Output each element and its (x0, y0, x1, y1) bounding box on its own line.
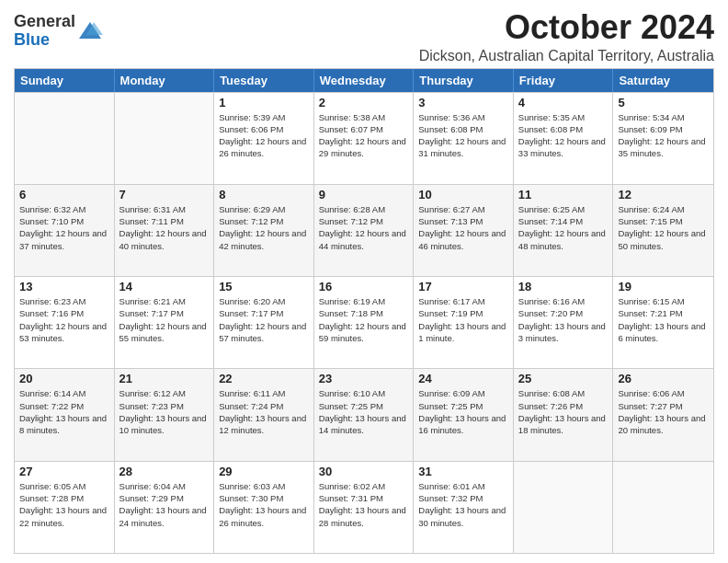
day-info: Sunrise: 6:31 AM Sunset: 7:11 PM Dayligh… (119, 203, 210, 252)
day-info: Sunrise: 6:10 AM Sunset: 7:25 PM Dayligh… (319, 387, 409, 436)
day-number: 24 (418, 372, 508, 385)
day-info: Sunrise: 5:39 AM Sunset: 6:06 PM Dayligh… (219, 111, 309, 160)
day-number: 6 (19, 188, 109, 201)
day-number: 23 (319, 372, 409, 385)
day-cell-7: 7Sunrise: 6:31 AM Sunset: 7:11 PM Daylig… (115, 185, 215, 276)
day-number: 3 (418, 96, 508, 109)
day-info: Sunrise: 5:36 AM Sunset: 6:08 PM Dayligh… (418, 111, 508, 160)
day-cell-18: 18Sunrise: 6:16 AM Sunset: 7:20 PM Dayli… (514, 277, 614, 368)
calendar-row-0: 1Sunrise: 5:39 AM Sunset: 6:06 PM Daylig… (15, 92, 713, 184)
day-cell-21: 21Sunrise: 6:12 AM Sunset: 7:23 PM Dayli… (115, 369, 215, 460)
day-cell-30: 30Sunrise: 6:02 AM Sunset: 7:31 PM Dayli… (314, 462, 415, 553)
day-cell-31: 31Sunrise: 6:01 AM Sunset: 7:32 PM Dayli… (414, 462, 514, 553)
day-info: Sunrise: 6:19 AM Sunset: 7:18 PM Dayligh… (319, 295, 409, 344)
day-number: 12 (618, 188, 709, 201)
location-title: Dickson, Australian Capital Territory, A… (419, 48, 714, 64)
day-info: Sunrise: 6:29 AM Sunset: 7:12 PM Dayligh… (219, 203, 309, 252)
day-info: Sunrise: 6:01 AM Sunset: 7:32 PM Dayligh… (418, 480, 508, 529)
header-thursday: Thursday (414, 69, 514, 92)
calendar-row-1: 6Sunrise: 6:32 AM Sunset: 7:10 PM Daylig… (15, 184, 713, 276)
day-cell-27: 27Sunrise: 6:05 AM Sunset: 7:28 PM Dayli… (15, 462, 115, 553)
header-wednesday: Wednesday (314, 69, 415, 92)
day-cell-9: 9Sunrise: 6:28 AM Sunset: 7:12 PM Daylig… (314, 185, 415, 276)
day-number: 8 (219, 188, 309, 201)
day-info: Sunrise: 6:03 AM Sunset: 7:30 PM Dayligh… (219, 480, 309, 529)
header-monday: Monday (115, 69, 215, 92)
day-number: 21 (119, 372, 210, 385)
day-info: Sunrise: 6:25 AM Sunset: 7:14 PM Dayligh… (518, 203, 609, 252)
logo-general: General (14, 12, 75, 30)
day-info: Sunrise: 6:14 AM Sunset: 7:22 PM Dayligh… (19, 387, 109, 436)
title-block: October 2024 Dickson, Australian Capital… (419, 9, 714, 64)
header-friday: Friday (514, 69, 614, 92)
day-info: Sunrise: 6:02 AM Sunset: 7:31 PM Dayligh… (319, 480, 409, 529)
day-info: Sunrise: 6:04 AM Sunset: 7:29 PM Dayligh… (119, 480, 210, 529)
day-info: Sunrise: 6:23 AM Sunset: 7:16 PM Dayligh… (19, 295, 109, 344)
logo-icon (77, 18, 103, 44)
calendar-row-2: 13Sunrise: 6:23 AM Sunset: 7:16 PM Dayli… (15, 276, 713, 368)
calendar-row-3: 20Sunrise: 6:14 AM Sunset: 7:22 PM Dayli… (15, 368, 713, 460)
day-cell-8: 8Sunrise: 6:29 AM Sunset: 7:12 PM Daylig… (214, 185, 314, 276)
empty-cell (15, 93, 115, 184)
day-cell-10: 10Sunrise: 6:27 AM Sunset: 7:13 PM Dayli… (414, 185, 514, 276)
day-cell-2: 2Sunrise: 5:38 AM Sunset: 6:07 PM Daylig… (314, 93, 415, 184)
day-info: Sunrise: 6:09 AM Sunset: 7:25 PM Dayligh… (418, 387, 508, 436)
day-number: 16 (319, 280, 409, 293)
empty-cell (613, 462, 713, 553)
month-title: October 2024 (419, 9, 714, 46)
day-info: Sunrise: 6:08 AM Sunset: 7:26 PM Dayligh… (518, 387, 609, 436)
day-number: 13 (19, 280, 109, 293)
day-info: Sunrise: 6:27 AM Sunset: 7:13 PM Dayligh… (418, 203, 508, 252)
day-number: 9 (319, 188, 409, 201)
header-sunday: Sunday (15, 69, 115, 92)
day-number: 2 (319, 96, 409, 109)
day-info: Sunrise: 6:16 AM Sunset: 7:20 PM Dayligh… (518, 295, 609, 344)
day-number: 14 (119, 280, 210, 293)
day-cell-15: 15Sunrise: 6:20 AM Sunset: 7:17 PM Dayli… (214, 277, 314, 368)
day-info: Sunrise: 6:15 AM Sunset: 7:21 PM Dayligh… (618, 295, 709, 344)
header-tuesday: Tuesday (214, 69, 314, 92)
day-number: 5 (618, 96, 709, 109)
day-cell-28: 28Sunrise: 6:04 AM Sunset: 7:29 PM Dayli… (115, 462, 215, 553)
day-number: 20 (19, 372, 109, 385)
day-cell-19: 19Sunrise: 6:15 AM Sunset: 7:21 PM Dayli… (613, 277, 713, 368)
day-number: 30 (319, 465, 409, 478)
day-cell-26: 26Sunrise: 6:06 AM Sunset: 7:27 PM Dayli… (613, 369, 713, 460)
header: General Blue October 2024 Dickson, Austr… (14, 9, 714, 64)
day-cell-17: 17Sunrise: 6:17 AM Sunset: 7:19 PM Dayli… (414, 277, 514, 368)
day-number: 10 (418, 188, 508, 201)
day-number: 27 (19, 465, 109, 478)
day-info: Sunrise: 6:21 AM Sunset: 7:17 PM Dayligh… (119, 295, 210, 344)
logo-text: General Blue (14, 13, 75, 50)
day-info: Sunrise: 5:35 AM Sunset: 6:08 PM Dayligh… (518, 111, 609, 160)
day-info: Sunrise: 6:12 AM Sunset: 7:23 PM Dayligh… (119, 387, 210, 436)
day-cell-16: 16Sunrise: 6:19 AM Sunset: 7:18 PM Dayli… (314, 277, 415, 368)
empty-cell (115, 93, 215, 184)
day-number: 18 (518, 280, 609, 293)
calendar: Sunday Monday Tuesday Wednesday Thursday… (14, 68, 714, 554)
day-info: Sunrise: 6:32 AM Sunset: 7:10 PM Dayligh… (19, 203, 109, 252)
day-info: Sunrise: 5:38 AM Sunset: 6:07 PM Dayligh… (319, 111, 409, 160)
day-cell-3: 3Sunrise: 5:36 AM Sunset: 6:08 PM Daylig… (414, 93, 514, 184)
day-cell-20: 20Sunrise: 6:14 AM Sunset: 7:22 PM Dayli… (15, 369, 115, 460)
day-info: Sunrise: 5:34 AM Sunset: 6:09 PM Dayligh… (618, 111, 709, 160)
header-saturday: Saturday (613, 69, 713, 92)
day-number: 15 (219, 280, 309, 293)
day-number: 31 (418, 465, 508, 478)
calendar-row-4: 27Sunrise: 6:05 AM Sunset: 7:28 PM Dayli… (15, 461, 713, 553)
day-cell-12: 12Sunrise: 6:24 AM Sunset: 7:15 PM Dayli… (613, 185, 713, 276)
day-number: 17 (418, 280, 508, 293)
calendar-body: 1Sunrise: 5:39 AM Sunset: 6:06 PM Daylig… (15, 92, 713, 553)
empty-cell (514, 462, 614, 553)
day-cell-4: 4Sunrise: 5:35 AM Sunset: 6:08 PM Daylig… (514, 93, 614, 184)
day-cell-23: 23Sunrise: 6:10 AM Sunset: 7:25 PM Dayli… (314, 369, 415, 460)
day-info: Sunrise: 6:05 AM Sunset: 7:28 PM Dayligh… (19, 480, 109, 529)
day-info: Sunrise: 6:11 AM Sunset: 7:24 PM Dayligh… (219, 387, 309, 436)
day-cell-25: 25Sunrise: 6:08 AM Sunset: 7:26 PM Dayli… (514, 369, 614, 460)
day-info: Sunrise: 6:20 AM Sunset: 7:17 PM Dayligh… (219, 295, 309, 344)
day-cell-29: 29Sunrise: 6:03 AM Sunset: 7:30 PM Dayli… (214, 462, 314, 553)
day-number: 26 (618, 372, 709, 385)
logo-blue: Blue (14, 30, 50, 49)
calendar-header: Sunday Monday Tuesday Wednesday Thursday… (15, 69, 713, 92)
day-number: 29 (219, 465, 309, 478)
